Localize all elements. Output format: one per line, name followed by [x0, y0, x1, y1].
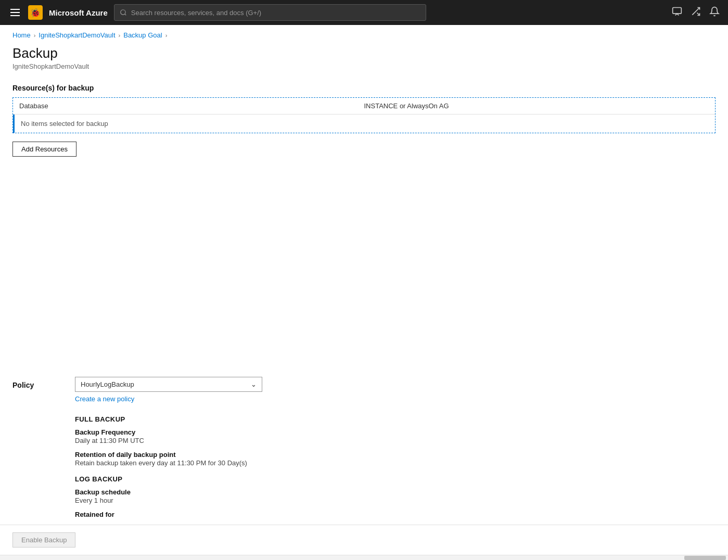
- policy-dropdown[interactable]: HourlyLogBackup ⌄: [75, 377, 262, 392]
- svg-rect-2: [673, 7, 682, 14]
- console-icon[interactable]: [672, 6, 682, 19]
- breadcrumb-goal[interactable]: Backup Goal: [123, 31, 162, 39]
- search-icon: [120, 9, 127, 16]
- backup-schedule-value: Every 1 hour: [75, 497, 716, 504]
- page-subtitle: IgniteShopkartDemoVault: [12, 62, 716, 70]
- full-backup-title: FULL BACKUP: [75, 415, 716, 423]
- policy-label: Policy: [12, 381, 54, 389]
- page-title: Backup: [12, 45, 716, 61]
- policy-dropdown-value: HourlyLogBackup: [81, 380, 134, 388]
- breadcrumb-sep-2: ›: [119, 32, 121, 39]
- backup-details: FULL BACKUP Backup Frequency Daily at 11…: [0, 415, 728, 525]
- topnav-right-icons: [672, 6, 720, 19]
- no-items-text: No items selected for backup: [21, 120, 108, 128]
- retained-for-label: Retained for: [75, 511, 716, 518]
- backup-frequency-value: Daily at 11:30 PM UTC: [75, 437, 716, 444]
- resources-section: Resource(s) for backup Database INSTANCE…: [0, 79, 728, 364]
- svg-line-1: [125, 14, 126, 16]
- policy-section: Policy HourlyLogBackup ⌄ Create a new po…: [0, 377, 728, 403]
- azure-logo: Microsoft Azure: [49, 8, 108, 17]
- search-bar[interactable]: [114, 4, 426, 21]
- svg-point-0: [121, 10, 125, 15]
- backup-schedule-field: Backup schedule Every 1 hour: [75, 488, 716, 504]
- resources-section-label: Resource(s) for backup: [12, 84, 716, 92]
- scroll-thumb[interactable]: [684, 556, 726, 560]
- retention-label: Retention of daily backup point: [75, 451, 716, 459]
- breadcrumb-home[interactable]: Home: [12, 31, 31, 39]
- table-empty-row: No items selected for backup: [13, 114, 715, 133]
- retention-field: Retention of daily backup point Retain b…: [75, 451, 716, 467]
- scrollbar-area: [0, 555, 728, 560]
- add-resources-button[interactable]: Add Resources: [12, 142, 76, 157]
- policy-right: HourlyLogBackup ⌄ Create a new policy: [75, 377, 716, 403]
- breadcrumb-vault[interactable]: IgniteShopkartDemoVault: [39, 31, 115, 39]
- top-navigation: 🐞 Microsoft Azure: [0, 0, 728, 25]
- backup-schedule-label: Backup schedule: [75, 488, 716, 496]
- breadcrumb: Home › IgniteShopkartDemoVault › Backup …: [0, 25, 728, 43]
- enable-backup-button[interactable]: Enable Backup: [12, 532, 75, 548]
- azure-bug-icon: 🐞: [28, 5, 43, 20]
- backup-frequency-field: Backup Frequency Daily at 11:30 PM UTC: [75, 428, 716, 444]
- chevron-down-icon: ⌄: [251, 380, 257, 388]
- backup-frequency-label: Backup Frequency: [75, 428, 716, 436]
- notification-icon[interactable]: [709, 6, 720, 19]
- retained-for-field: Retained for: [75, 511, 716, 518]
- search-input[interactable]: [131, 9, 420, 17]
- main-content: Home › IgniteShopkartDemoVault › Backup …: [0, 25, 728, 560]
- hamburger-menu[interactable]: [8, 7, 22, 18]
- table-header: Database INSTANCE or AlwaysOn AG: [13, 98, 715, 114]
- log-backup-title: LOG BACKUP: [75, 475, 716, 483]
- settings-icon[interactable]: [691, 6, 701, 19]
- create-policy-link[interactable]: Create a new policy: [75, 395, 716, 403]
- retention-value: Retain backup taken every day at 11:30 P…: [75, 459, 716, 467]
- resources-table: Database INSTANCE or AlwaysOn AG No item…: [12, 97, 716, 133]
- col-instance-header: INSTANCE or AlwaysOn AG: [364, 102, 709, 110]
- bottom-bar: Enable Backup: [0, 525, 728, 555]
- col-database-header: Database: [19, 102, 364, 110]
- breadcrumb-sep-1: ›: [34, 32, 36, 39]
- breadcrumb-sep-3: ›: [165, 32, 168, 39]
- page-header: Backup IgniteShopkartDemoVault: [0, 43, 728, 79]
